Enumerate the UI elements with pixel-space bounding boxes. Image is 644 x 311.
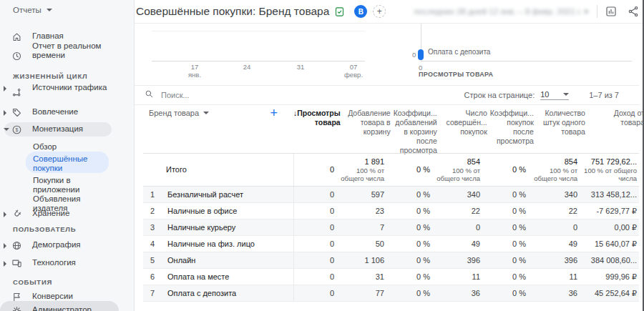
cell: 597 [337, 190, 387, 199]
cell: 36 [433, 289, 483, 297]
row-number: 7 [143, 289, 162, 297]
comparison-avatar[interactable]: B [354, 5, 367, 18]
chevron-right-icon [4, 261, 6, 267]
row-number: 3 [143, 223, 162, 232]
x-axis [421, 61, 632, 61]
x-axis-title: ПРОСМОТРЫ ТОВАРА [419, 71, 493, 78]
add-comparison-button[interactable]: + [373, 5, 386, 18]
cell: 15 640,07 ₽ [580, 240, 640, 249]
cell: 0,00 ₽ [580, 223, 640, 232]
sidebar-item-label: Администратор [32, 305, 92, 311]
cell: 0 [294, 240, 337, 248]
cell: 0 [294, 207, 337, 215]
chevron-down-icon [4, 128, 9, 131]
traffic-sources-icon [11, 87, 22, 98]
cell: 45 252,64 ₽ [580, 289, 640, 298]
cell: 36 [529, 289, 580, 297]
sidebar-item-inapp-purchases[interactable]: Покупки в приложении [33, 176, 115, 194]
chevron-right-icon [4, 86, 6, 92]
cell: 0 % [387, 272, 433, 281]
chevron-down-icon [203, 112, 209, 114]
cell: 0 % [483, 190, 529, 199]
total-value: 854 [467, 157, 480, 167]
cell: 0 [294, 289, 337, 297]
cell: 22 [529, 207, 580, 215]
svg-text:$: $ [16, 127, 19, 132]
home-icon [11, 31, 22, 42]
rows-per-page-select[interactable]: 10 [540, 90, 569, 100]
scatter-point[interactable] [418, 49, 424, 60]
date-range-picker[interactable]: последних 28 дней 12 янв. – 8 февр. 2021… [414, 6, 588, 16]
cell: 0 % [483, 240, 529, 248]
table-row[interactable]: 5Онлайн 0 1 106 0 % 396 0 % 396 384 008,… [143, 252, 639, 269]
sidebar-item-overview[interactable]: Обзор [33, 142, 57, 152]
cell: 0 [294, 190, 337, 199]
column-header-sorted[interactable]: ↓Просмотры товара [293, 106, 343, 153]
section-lifecycle: ЖИЗНЕННЫЙ ЦИКЛ [13, 72, 87, 80]
chevron-right-icon [4, 212, 6, 217]
customize-report-icon[interactable] [605, 5, 618, 18]
section-events: СОБЫТИЯ [13, 278, 52, 286]
chart-gridline [152, 31, 365, 31]
gear-icon [11, 305, 22, 311]
cell: 313 458,12... [580, 190, 640, 199]
column-header[interactable]: Коэффици... покупок после просмотра [490, 106, 537, 153]
table-row[interactable]: 6Оплата на месте 0 31 0 % 11 0 % 11 999,… [143, 269, 639, 285]
sidebar-item-purchases[interactable]: Совершённые покупки [33, 154, 115, 173]
cell: 22 [433, 207, 483, 215]
column-header[interactable]: Количество штук одного товара [537, 106, 588, 153]
row-name: Оплата с депозита [162, 289, 293, 297]
scatter-chart: 0 Оплата с депозита 0 ПРОСМОТРЫ ТОВАРА [421, 24, 640, 84]
table-row[interactable]: 1Безналичный расчет 0 597 0 % 340 0 % 34… [143, 187, 639, 203]
column-header[interactable]: Коэффици... добавлений в корзину после п… [394, 106, 440, 153]
row-number: 4 [143, 240, 162, 248]
cell: 11 [529, 272, 580, 281]
column-header[interactable]: Доход от товара [588, 106, 644, 153]
tag-icon [11, 107, 22, 118]
total-value: 0 % [512, 165, 526, 174]
sidebar-item-label: Главная [32, 31, 64, 41]
total-note: 100 % от общего числа [433, 167, 480, 182]
cell: -7 629,77 ₽ [580, 207, 640, 216]
row-name: Наличные на физ. лицо [162, 240, 293, 248]
row-name: Безналичный расчет [162, 190, 293, 199]
chevron-right-icon [4, 243, 6, 249]
cell: 0 [529, 223, 580, 232]
report-saved-check-icon [334, 6, 345, 17]
totals-label: Итого [166, 165, 187, 174]
table-row[interactable]: 3Наличные курьеру 0 7 0 % 0 0 % 0 0,00 ₽ [143, 219, 639, 236]
cell: 396 [433, 256, 483, 265]
scatter-point-label: Оплата с депозита [428, 48, 490, 56]
share-icon[interactable] [627, 5, 640, 18]
chevron-down-icon [563, 93, 569, 96]
table-row[interactable]: 2Наличные в офисе 0 23 0 % 22 0 % 22 -7 … [143, 203, 639, 219]
reports-menu[interactable]: Отчеты [13, 6, 52, 14]
add-column-button[interactable]: + [270, 106, 278, 121]
dimension-selector[interactable]: Бренд товара [149, 109, 209, 117]
row-name: Наличные курьеру [162, 223, 293, 232]
cell: 0 [294, 256, 337, 265]
rows-per-page-value: 10 [540, 90, 549, 99]
x-tick: 31 [285, 64, 316, 71]
toolbar-divider [597, 5, 597, 18]
table-row[interactable]: 7Оплата с депозита 0 77 0 % 36 0 % 36 45… [143, 285, 639, 302]
search-icon [145, 89, 154, 102]
cell: 0 % [483, 272, 529, 281]
column-header[interactable]: Число совершён... покупок [440, 106, 490, 153]
cell: 999,96 ₽ [580, 272, 640, 282]
magnet-icon [11, 209, 22, 219]
table-toolbar: Строк на странице: 10 1–7 из 7 [135, 85, 639, 105]
total-note: 100 % от общего числа [580, 167, 637, 182]
cell: 0 % [387, 289, 433, 297]
x-tick: 24 [231, 64, 263, 71]
globe-icon [11, 240, 22, 251]
table-row[interactable]: 4Наличные на физ. лицо 0 50 0 % 49 0 % 4… [143, 236, 639, 252]
search-input[interactable] [160, 90, 320, 100]
column-header[interactable]: Добавление товара в корзину [343, 106, 394, 153]
cell: 23 [337, 207, 387, 215]
page-title: Совершённые покупки: Бренд товара [136, 5, 329, 18]
cell: 50 [337, 240, 387, 248]
clock-icon [11, 51, 22, 61]
reports-label: Отчеты [13, 6, 42, 14]
section-user: ПОЛЬЗОВАТЕЛЬ [13, 225, 76, 233]
